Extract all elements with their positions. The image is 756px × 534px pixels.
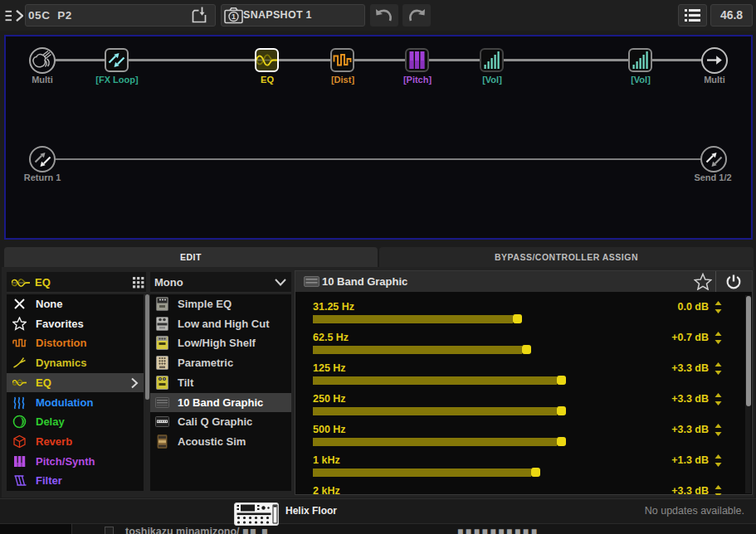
svg-text:1: 1 — [232, 12, 236, 21]
